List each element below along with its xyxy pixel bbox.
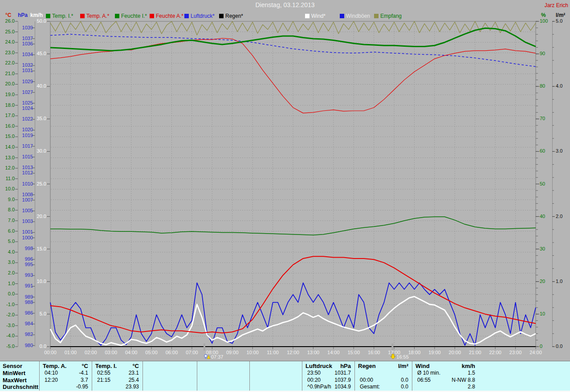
axis-tick-label: 20:00 [445, 350, 464, 355]
axis-tick-label: 0 [540, 344, 553, 349]
axis-tick-label: 15.0 [32, 246, 46, 251]
axis-tick-label: 986 [18, 310, 33, 315]
axis-tick-label: 1019 [18, 133, 33, 138]
axis-tick-label: 13:00 [303, 350, 323, 355]
table-cell-value: 1034.9 [305, 384, 351, 391]
axis-tick-label: 1039 [18, 25, 33, 30]
table-cell-rowlabel: MaxWert [3, 377, 38, 384]
axis-tick-label: 16:00 [364, 350, 384, 355]
axis-tick-label: 1036 [18, 41, 33, 46]
axis-tick-label: 1037 [18, 36, 33, 41]
axis-tick-label: 5.0 [0, 238, 15, 244]
axis-tick-label: -4.0 [0, 333, 15, 338]
axis-tick-label: 23:00 [506, 350, 525, 355]
table-cell-value: 0.0 [358, 384, 408, 391]
axis-tick-label: 993 [18, 272, 33, 278]
axis-tick-label: 24:00 [526, 350, 546, 355]
axis-tick-label: 10:00 [243, 350, 262, 355]
axis-tick-label: 05:00 [142, 350, 161, 355]
axis-tick-label: 1.0 [556, 279, 570, 284]
axis-tick-label: 10.0 [32, 279, 46, 284]
sunrise-time: 07:37 [211, 354, 224, 360]
axis-tick-label: 989 [18, 294, 33, 299]
axis-tick-label: -2.0 [0, 312, 15, 317]
table-cell-value: 2.8 [415, 384, 475, 391]
plot-area[interactable] [50, 21, 536, 347]
axis-tick-label: 50.0 [32, 18, 46, 24]
axis-tick-label: 998 [18, 246, 33, 251]
axis-tick-label: 20.0 [32, 214, 46, 219]
table-divider [197, 361, 197, 391]
stats-table: SensorMinWertMaxWertDurchschnittTemp. A.… [0, 361, 570, 391]
table-cell-unit: °C [95, 363, 139, 370]
axis-tick-label: 25.0 [32, 181, 46, 186]
axis-tick-label: 24.0 [0, 39, 15, 44]
sunset-time: 16:55 [396, 354, 409, 360]
axis-tick-label: 20.0 [0, 81, 15, 86]
axis-tick-label: 100 [540, 18, 553, 24]
chart-svg [0, 0, 570, 361]
axis-tick-label: 1029 [18, 79, 33, 84]
axis-tick-label: 19:00 [425, 350, 444, 355]
axis-tick-label: 40.0 [32, 83, 46, 89]
axis-tick-label: 6.0 [0, 228, 15, 234]
axis-tick-label: 7.0 [0, 218, 15, 223]
axis-tick-label: 1013 [18, 165, 33, 170]
axis-tick-label: 1020 [18, 127, 33, 132]
axis-tick-label: 2.0 [556, 214, 570, 219]
axis-tick-label: 1022 [18, 116, 33, 121]
axis-tick-label: 19.0 [0, 92, 15, 97]
axis-tick-label: 12.0 [0, 165, 15, 170]
axis-tick-label: 20 [540, 279, 553, 284]
axis-tick-label: 2.0 [0, 270, 15, 275]
axis-tick-label: 1027 [18, 89, 33, 95]
axis-tick-label: 1001 [18, 229, 33, 234]
axis-tick-label: 5.0 [32, 311, 46, 316]
table-cell-value: 1031.7 [305, 370, 351, 377]
axis-tick-label: 21.0 [0, 71, 15, 76]
axis-tick-label: 1003 [18, 218, 33, 224]
axis-tick-label: 996 [18, 256, 33, 262]
axis-tick-label: 1012 [18, 170, 33, 175]
axis-tick-label: 10.0 [0, 186, 15, 191]
axis-tick-label: 03:00 [101, 350, 121, 355]
axis-tick-label: 984 [18, 321, 33, 326]
sunrise-icon [204, 354, 211, 360]
table-cell-value: 1.5 [415, 370, 475, 377]
sunrise-marker: 07:37 [204, 354, 224, 360]
table-divider [302, 361, 302, 391]
axis-tick-label: 90 [540, 51, 553, 56]
table-cell-value: 3.7 [43, 377, 88, 384]
axis-tick-label: -1.0 [0, 302, 15, 307]
table-cell-value: 0.0 [358, 377, 408, 384]
axis-tick-label: 01:00 [61, 350, 80, 355]
table-cell-rowlabel: Durchschnitt [3, 384, 38, 391]
table-cell-value: 25.4 [95, 377, 139, 384]
axis-tick-label: 25.0 [0, 29, 15, 34]
axis-tick-label: 1015 [18, 154, 33, 159]
axis-tick-label: 80 [540, 83, 553, 89]
axis-tick-label: 30.0 [32, 148, 46, 154]
table-cell-rowlabel: MinWert [3, 370, 38, 377]
axis-tick-label: 9.0 [0, 197, 15, 202]
table-divider [142, 361, 143, 391]
axis-tick-label: 1005 [18, 208, 33, 213]
table-divider [412, 361, 412, 391]
axis-tick-label: 991 [18, 283, 33, 288]
axis-tick-label: 1034 [18, 52, 33, 57]
table-cell-unit: °C [43, 363, 88, 370]
axis-tick-label: 14:00 [324, 350, 343, 355]
axis-tick-label: 15.0 [0, 133, 15, 139]
axis-tick-label: 22:00 [485, 350, 505, 355]
axis-tick-label: 30 [540, 246, 553, 251]
axis-tick-label: 1000 [18, 235, 33, 240]
axis-tick-label: 00:00 [41, 350, 60, 355]
axis-tick-label: 1008 [18, 192, 33, 197]
axis-tick-label: 16.0 [0, 123, 15, 129]
table-cell-rowlabel: Sensor [3, 363, 38, 370]
axis-tick-label: 982 [18, 331, 33, 337]
sunset-marker: 16:55 [391, 354, 409, 360]
axis-tick-label: 50 [540, 181, 553, 186]
axis-tick-label: 14.0 [0, 144, 15, 150]
table-divider [249, 361, 250, 391]
